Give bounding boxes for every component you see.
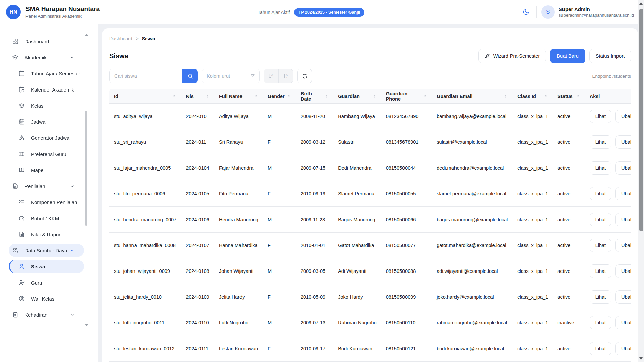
- refresh-icon: [302, 73, 308, 79]
- sidebar-item-preferensi-guru[interactable]: Preferensi Guru: [9, 147, 84, 161]
- table-cell: 2024-011: [181, 129, 214, 155]
- column-label: Guardian Phone: [386, 91, 421, 102]
- sidebar-item-nilai-rapor[interactable]: Nilai & Rapor: [9, 228, 84, 241]
- column-header-status[interactable]: Status: [553, 89, 585, 104]
- gauge-icon: [18, 215, 25, 222]
- table-cell: M: [263, 310, 296, 336]
- breadcrumb: Dashboard > Siswa: [109, 34, 631, 41]
- lihat-button[interactable]: Lihat: [590, 110, 611, 123]
- scrollbar-down-arrow[interactable]: [639, 357, 643, 360]
- sidebar-scroll-down-indicator[interactable]: [85, 324, 89, 326]
- ubah-button[interactable]: Ubah: [615, 187, 631, 200]
- sidebar-item-akademik[interactable]: Akademik: [9, 51, 84, 64]
- sidebar-item-kalender-akademik[interactable]: Kalender Akademik: [9, 83, 84, 96]
- ubah-button[interactable]: Ubah: [615, 316, 631, 329]
- sidebar-item-mapel[interactable]: Mapel: [9, 163, 84, 177]
- lihat-button[interactable]: Lihat: [590, 135, 611, 149]
- sort-column-placeholder: Kolom urut: [207, 73, 230, 79]
- column-header-class-id[interactable]: Class Id: [513, 89, 553, 104]
- buat-baru-button[interactable]: Buat Baru: [550, 49, 585, 63]
- column-header-guardian-email[interactable]: Guardian Email: [432, 89, 513, 104]
- column-header-guardian[interactable]: Guardian: [333, 89, 381, 104]
- svg-text:A: A: [286, 74, 287, 76]
- table-cell: 08150500088: [381, 258, 432, 284]
- ubah-button[interactable]: Ubah: [615, 264, 631, 278]
- table-cell: joko.hardy@example.local: [432, 284, 513, 310]
- column-header-gender[interactable]: Gender: [263, 89, 296, 104]
- refresh-button[interactable]: [297, 69, 312, 83]
- lihat-button[interactable]: Lihat: [590, 213, 611, 226]
- search-icon: [187, 73, 193, 79]
- lihat-button[interactable]: Lihat: [590, 316, 611, 329]
- ubah-button[interactable]: Ubah: [615, 342, 631, 355]
- calendar-icon: [18, 70, 25, 77]
- lihat-button[interactable]: Lihat: [590, 290, 611, 304]
- page-scrollbar[interactable]: [638, 0, 644, 362]
- sidebar-item-label: Guru: [31, 280, 42, 286]
- status-import-button[interactable]: Status Import: [589, 49, 631, 63]
- table-cell: active: [553, 258, 585, 284]
- column-header-guardian-phone[interactable]: Guardian Phone: [381, 89, 432, 104]
- sidebar-scrollbar-thumb[interactable]: [85, 111, 87, 226]
- ubah-button[interactable]: Ubah: [615, 135, 631, 149]
- table-row: stu_hendra_manurung_00072024-0106Hendra …: [109, 207, 631, 233]
- user-menu[interactable]: S Super Admin superadmin@harapannusantar…: [541, 5, 634, 19]
- search-button[interactable]: [182, 69, 198, 83]
- column-header-full-name[interactable]: Full Name: [214, 89, 263, 104]
- sidebar-item-tahun-ajar-semester[interactable]: Tahun Ajar / Semester: [9, 67, 84, 80]
- sidebar-item-label: Kelas: [31, 103, 44, 109]
- sidebar-item-jadwal[interactable]: Jadwal: [9, 115, 84, 128]
- theme-toggle-button[interactable]: [520, 6, 532, 18]
- sidebar-item-penilaian[interactable]: Penilaian: [9, 179, 84, 193]
- brand-block: SMA Harapan Nusantara Panel Administrasi…: [25, 5, 100, 19]
- sidebar-item-generator-jadwal[interactable]: Generator Jadwal: [9, 131, 84, 144]
- table-cell: stu_hendra_manurung_0007: [109, 207, 181, 233]
- table-cell-actions: LihatUbah: [585, 336, 631, 362]
- table-cell: bagus.manurung@example.local: [432, 207, 513, 233]
- ubah-button[interactable]: Ubah: [615, 161, 631, 175]
- table-cell: stu_lestari_kurniawan_0012: [109, 336, 181, 362]
- sidebar-item-kelas[interactable]: Kelas: [9, 99, 84, 112]
- sidebar-item-label: Akademik: [24, 55, 47, 60]
- scrollbar-up-arrow[interactable]: [639, 2, 643, 5]
- sort-descending-button[interactable]: AZ: [278, 69, 293, 83]
- sidebar-item-komponen-penilaian[interactable]: Komponen Penilaian: [9, 195, 84, 209]
- sort-column-select[interactable]: Kolom urut: [202, 69, 260, 83]
- table-cell: F: [263, 181, 296, 207]
- lihat-button[interactable]: Lihat: [590, 187, 611, 200]
- sidebar-item-guru[interactable]: Guru: [9, 276, 84, 289]
- ubah-button[interactable]: Ubah: [615, 290, 631, 304]
- lihat-button[interactable]: Lihat: [590, 161, 611, 175]
- sidebar-item-dashboard[interactable]: Dashboard: [9, 35, 84, 48]
- lihat-button[interactable]: Lihat: [590, 239, 611, 252]
- sidebar-item-data-sumber-daya[interactable]: Data Sumber Daya: [9, 244, 84, 257]
- column-header-birth-date[interactable]: Birth Date: [296, 89, 333, 104]
- ubah-button[interactable]: Ubah: [615, 213, 631, 226]
- sidebar-item-kehadiran[interactable]: Kehadiran: [9, 308, 84, 321]
- table-cell: stu_lutfi_nugroho_0011: [109, 310, 181, 336]
- table-cell: adi.wijayanti@example.local: [432, 258, 513, 284]
- table-cell: stu_hanna_mahardika_0008: [109, 233, 181, 258]
- ubah-button[interactable]: Ubah: [615, 110, 631, 123]
- column-header-id[interactable]: Id: [109, 89, 181, 104]
- table-cell: Joko Hardy: [333, 284, 381, 310]
- column-header-nis[interactable]: Nis: [181, 89, 214, 104]
- scrollbar-thumb[interactable]: [639, 9, 643, 231]
- ubah-button[interactable]: Ubah: [615, 239, 631, 252]
- breadcrumb-separator: >: [136, 36, 139, 41]
- sort-ascending-button[interactable]: AZ: [264, 69, 278, 83]
- lihat-button[interactable]: Lihat: [590, 264, 611, 278]
- sidebar-scroll-up-indicator[interactable]: [85, 34, 89, 36]
- table-cell-actions: LihatUbah: [585, 181, 631, 207]
- search-input[interactable]: [109, 69, 182, 83]
- lihat-button[interactable]: Lihat: [590, 342, 611, 355]
- sidebar-item-label: Kehadiran: [24, 312, 47, 318]
- sidebar-item-siswa[interactable]: Siswa: [9, 260, 84, 273]
- table-cell: 081345678901: [381, 129, 432, 155]
- table-cell: Slamet Permana: [333, 181, 381, 207]
- sidebar-item-wali-kelas[interactable]: Wali Kelas: [9, 292, 84, 305]
- sidebar-item-bobot-kkm[interactable]: Bobot / KKM: [9, 212, 84, 225]
- breadcrumb-dashboard[interactable]: Dashboard: [109, 36, 132, 41]
- table-row: stu_fajar_mahendra_00052024-0104Fajar Ma…: [109, 155, 631, 181]
- wizard-pra-semester-button[interactable]: Wizard Pra-Semester: [478, 49, 546, 63]
